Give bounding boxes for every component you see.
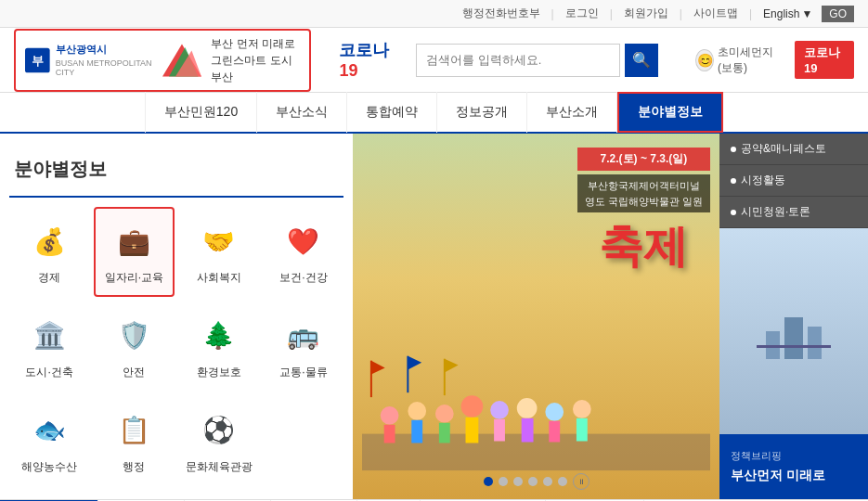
welfare-icon: 🤝 xyxy=(196,218,242,264)
corona-logo: 코로나19 xyxy=(339,39,397,81)
menu-item-jobs-edu[interactable]: 💼 일자리·교육 xyxy=(94,207,174,297)
nav-item-news[interactable]: 부산소식 xyxy=(257,92,347,133)
svg-point-18 xyxy=(545,403,564,421)
safety-label: 안전 xyxy=(123,365,145,380)
citizen-petition-button[interactable]: 시민청원·토론 xyxy=(719,197,868,228)
signup-link[interactable]: 회원가입 xyxy=(624,6,668,21)
nav-item-citizen[interactable]: 부산민원120 xyxy=(145,92,257,133)
content-area: 분야별정보 💰 경제 💼 일자리·교육 🤝 사회복지 ❤️ 보건·건강 🏛️ 도… xyxy=(0,134,868,499)
chevron-down-icon: ▼ xyxy=(801,7,812,20)
dot-icon-3 xyxy=(731,210,736,215)
economy-label: 경제 xyxy=(38,270,60,286)
welfare-label: 사회복지 xyxy=(197,270,241,286)
admin-icon: 📋 xyxy=(110,407,157,454)
city-activity-button[interactable]: 시정활동 xyxy=(719,165,868,197)
urban-icon: 🏛️ xyxy=(26,313,72,359)
svg-point-20 xyxy=(573,400,591,418)
menu-item-welfare[interactable]: 🤝 사회복지 xyxy=(179,207,259,297)
menu-grid: 💰 경제 💼 일자리·교육 🤝 사회복지 ❤️ 보건·건강 🏛️ 도시·건축 🛡 xyxy=(9,207,343,485)
svg-rect-19 xyxy=(549,421,560,443)
jobs-edu-label: 일자리·교육 xyxy=(105,270,163,286)
marine-label: 해양농수산 xyxy=(21,459,77,475)
svg-marker-27 xyxy=(445,359,459,373)
svg-point-10 xyxy=(435,405,454,423)
nav-item-about[interactable]: 부산소개 xyxy=(527,92,617,133)
festival-date: 7.2.(토) ~ 7.3.(일) xyxy=(577,148,710,171)
svg-point-6 xyxy=(381,406,399,425)
policy-brief-title: 부산먼저 미래로 xyxy=(731,465,857,485)
logo-slogan: 부산 먼저 미래로 그린스마트 도시 부산 xyxy=(211,35,300,85)
corona-badge[interactable]: 코로나19 xyxy=(795,41,854,79)
city-image-icon xyxy=(757,294,831,368)
safety-icon: 🛡️ xyxy=(110,313,157,359)
svg-rect-11 xyxy=(439,423,450,443)
carousel-pause-button[interactable]: ⏸ xyxy=(573,473,589,490)
sidebar-title: 분야별정보 xyxy=(9,148,343,198)
admin-label: 행정 xyxy=(123,459,145,475)
nav-item-category[interactable]: 분야별정보 xyxy=(617,92,723,133)
search-area: 🔍 xyxy=(416,44,658,77)
festival-text-area: 7.2.(토) ~ 7.3.(일) 부산항국제제어객터미널 영도 국립해양박물관… xyxy=(577,148,710,276)
citizen-button[interactable]: 😊 초미세먼지(보통) xyxy=(695,45,787,76)
arrow-logo-icon xyxy=(162,42,201,79)
user-area: 😊 초미세먼지(보통) 코로나19 xyxy=(695,41,854,79)
carousel-dots: ⏸ xyxy=(484,473,589,490)
menu-item-admin[interactable]: 📋 행정 xyxy=(94,396,174,486)
menu-item-economy[interactable]: 💰 경제 xyxy=(9,207,89,297)
logo-busan: 부산광역시 BUSAN METROPOLITAN CITY xyxy=(56,43,154,77)
policy-brief-button[interactable]: 정책브리핑 부산먼저 미래로 xyxy=(719,434,868,499)
carousel-dot-5[interactable] xyxy=(543,477,552,486)
carousel-dot-2[interactable] xyxy=(499,477,508,486)
svg-rect-15 xyxy=(494,419,505,442)
citizen-label: 초미세먼지(보통) xyxy=(718,45,787,76)
go-button[interactable]: GO xyxy=(822,6,854,22)
top-bar: 행정전화번호부 | 로그인 | 회원가입 | 사이트맵 | English ▼ … xyxy=(0,0,868,28)
language-label: English xyxy=(763,7,799,20)
top-bar-right: 행정전화번호부 | 로그인 | 회원가입 | 사이트맵 | English ▼ … xyxy=(462,6,854,22)
carousel-dot-3[interactable] xyxy=(513,477,523,486)
right-panel: 공약&매니페스토 시정활동 시민청원·토론 정책브리핑 부산먼저 미래로 xyxy=(719,134,868,499)
language-selector[interactable]: English ▼ xyxy=(763,7,812,20)
culture-label: 문화체육관광 xyxy=(186,459,253,475)
sitemap-link[interactable]: 사이트맵 xyxy=(693,6,738,21)
menu-item-culture[interactable]: ⚽ 문화체육관광 xyxy=(179,396,259,486)
festival-illustration xyxy=(362,341,710,471)
svg-rect-30 xyxy=(808,327,822,359)
nav-item-info[interactable]: 정보공개 xyxy=(437,92,527,133)
logo-area: 부 부산광역시 BUSAN METROPOLITAN CITY 부산 먼저 미래… xyxy=(14,29,311,92)
dot-icon xyxy=(731,147,736,152)
svg-text:부: 부 xyxy=(32,54,44,68)
marine-icon: 🐟 xyxy=(26,407,72,454)
svg-point-16 xyxy=(517,399,538,419)
right-panel-image xyxy=(719,228,868,434)
manifesto-button[interactable]: 공약&매니페스토 xyxy=(719,134,868,165)
menu-item-env[interactable]: 🌲 환경보호 xyxy=(179,302,259,392)
menu-item-health[interactable]: ❤️ 보건·건강 xyxy=(264,207,343,297)
login-link[interactable]: 로그인 xyxy=(565,6,599,21)
nav-item-reservation[interactable]: 통합예약 xyxy=(347,92,437,133)
svg-point-14 xyxy=(490,401,509,419)
carousel-dot-1[interactable] xyxy=(484,477,493,486)
health-icon: ❤️ xyxy=(280,218,327,264)
menu-item-safety[interactable]: 🛡️ 안전 xyxy=(94,302,174,392)
search-input[interactable] xyxy=(416,44,620,77)
culture-icon: ⚽ xyxy=(196,407,242,454)
svg-rect-21 xyxy=(577,418,588,442)
policy-brief-label: 정책브리핑 xyxy=(731,448,857,465)
menu-item-marine[interactable]: 🐟 해양농수산 xyxy=(9,396,89,486)
admin-phone-link[interactable]: 행정전화번호부 xyxy=(462,6,540,21)
svg-rect-17 xyxy=(522,418,534,443)
carousel-dot-4[interactable] xyxy=(528,477,538,486)
svg-rect-29 xyxy=(784,317,803,359)
menu-item-transport[interactable]: 🚌 교통·물류 xyxy=(264,302,343,392)
search-button[interactable]: 🔍 xyxy=(625,44,658,77)
carousel-dot-6[interactable] xyxy=(558,477,567,486)
dot-icon-2 xyxy=(731,178,736,184)
svg-point-8 xyxy=(408,402,426,420)
env-label: 환경보호 xyxy=(197,365,241,380)
menu-item-urban[interactable]: 🏛️ 도시·건축 xyxy=(9,302,89,392)
economy-icon: 💰 xyxy=(26,218,72,264)
jobs-edu-icon: 💼 xyxy=(110,218,157,264)
health-label: 보건·건강 xyxy=(279,270,327,286)
busan-logo-icon: 부 xyxy=(25,45,50,75)
